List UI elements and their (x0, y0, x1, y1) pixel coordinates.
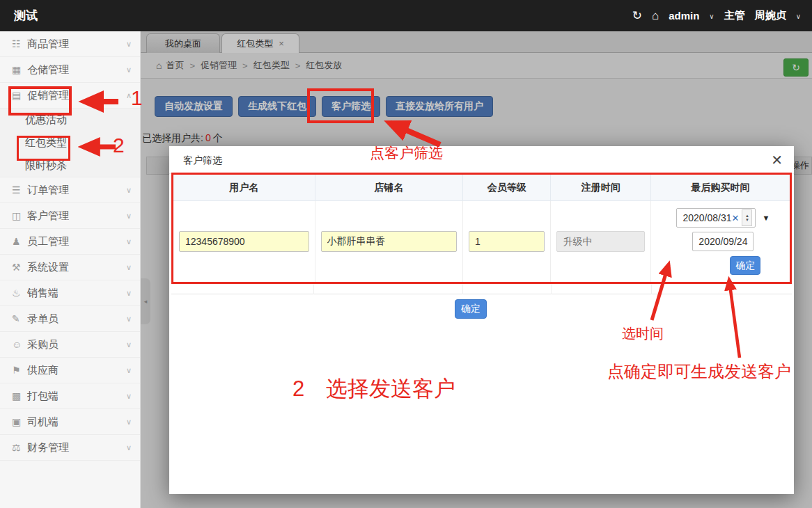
home-icon[interactable]: ⌂ (652, 9, 659, 23)
clear-date-icon[interactable]: ✕ (732, 213, 740, 223)
chevron-down-icon: ∨ (126, 392, 132, 401)
sidebar-item-label: 供应商 (27, 364, 126, 377)
step-1-number: 1 (131, 86, 143, 110)
bag-icon: ☷ (12, 38, 27, 49)
user-menu[interactable]: admin (669, 10, 699, 22)
calendar-dropdown-icon[interactable]: ▼ (762, 214, 770, 222)
sidebar-item-finance[interactable]: ⚖ 财务管理 ∨ (0, 435, 140, 461)
sidebar-item-orders[interactable]: ☰ 订单管理 ∨ (0, 177, 140, 203)
filter-table-empty-row (171, 284, 792, 294)
username-field[interactable] (179, 231, 309, 252)
member-level-field[interactable] (469, 231, 545, 252)
entry-clerk-icon: ✎ (12, 313, 27, 324)
shop-name-field[interactable] (321, 231, 457, 252)
supplier-icon: ⚑ (12, 365, 27, 376)
truck-icon: ▣ (12, 416, 27, 427)
step-2-instruction: 2 选择发送客户 (292, 374, 455, 404)
settings-icon: ⚒ (12, 262, 27, 273)
sidebar-item-driver[interactable]: ▣ 司机端 ∨ (0, 409, 140, 435)
chevron-down-icon: ∨ (126, 366, 132, 375)
date-from-value: 2020/08/31 (682, 212, 731, 223)
col-header-member-level: 会员等级 (463, 175, 552, 200)
note-pick-time: 选时间 (622, 324, 664, 343)
filter-table: 用户名 店铺名 会员等级 注册时间 最后购买时间 (171, 173, 792, 284)
package-icon: ▩ (12, 390, 27, 402)
filter-input-row: 2020/08/31 ✕ ▲ ▼ ▼ 2020/09/24 确定 (173, 201, 790, 282)
register-time-field (556, 231, 644, 252)
spinner-down-icon[interactable]: ▼ (745, 218, 749, 222)
step-2-instruction-number: 2 (292, 376, 304, 401)
sidebar-item-label: 打包端 (27, 390, 126, 403)
sidebar-item-order-entry[interactable]: ✎ 录单员 ∨ (0, 306, 140, 332)
purchaser-icon: ☺ (12, 339, 27, 350)
chevron-down-icon: ∨ (126, 212, 132, 221)
sidebar-subitem-flash-sale[interactable]: 限时秒杀 (0, 154, 140, 177)
sidebar-item-employees[interactable]: ♟ 员工管理 ∨ (0, 229, 140, 255)
user-name-menu[interactable]: 周婉贞 (755, 9, 786, 22)
promotion-icon: ▤ (12, 90, 27, 101)
topbar: 测试 ↻ ⌂ admin ∨ 主管 周婉贞 ∨ (0, 0, 812, 31)
chevron-down-icon: ∨ (126, 443, 132, 452)
note-click-filter: 点客户筛选 (370, 143, 443, 163)
customer-icon: ◫ (12, 210, 27, 221)
date-confirm-button[interactable]: 确定 (730, 256, 760, 275)
col-header-last-purchase: 最后购买时间 (651, 175, 790, 200)
sidebar-item-label: 仓储管理 (27, 63, 126, 77)
step-2-instruction-text: 选择发送客户 (326, 376, 455, 401)
employee-icon: ♟ (12, 236, 27, 247)
date-from-picker[interactable]: 2020/08/31 ✕ ▲ ▼ (676, 208, 756, 228)
note-click-confirm: 点确定即可生成发送客户 (607, 360, 791, 383)
chevron-down-icon: ∨ (709, 13, 714, 20)
chevron-down-icon: ∨ (126, 289, 132, 298)
filter-table-header-row: 用户名 店铺名 会员等级 注册时间 最后购买时间 (173, 175, 790, 201)
chevron-down-icon: ∨ (126, 40, 132, 49)
sidebar-item-label: 采购员 (27, 338, 126, 351)
sidebar-item-label: 系统设置 (27, 261, 126, 274)
sidebar-item-sales-terminal[interactable]: ♨ 销售端 ∨ (0, 280, 140, 306)
order-icon: ☰ (12, 184, 27, 196)
sidebar-item-label: 促销管理 (27, 89, 126, 102)
chevron-down-icon: ∨ (126, 263, 132, 272)
sidebar-item-promotion[interactable]: ▤ 促销管理 ∧ (0, 83, 140, 109)
refresh-icon[interactable]: ↻ (632, 8, 642, 23)
finance-icon: ⚖ (12, 442, 27, 453)
sidebar-item-label: 销售端 (27, 287, 126, 300)
sidebar-item-label: 商品管理 (27, 38, 126, 51)
step-2-number: 2 (113, 134, 125, 157)
chevron-down-icon: ∨ (796, 13, 801, 20)
dialog-title: 客户筛选 (183, 154, 222, 167)
customer-filter-dialog: 客户筛选 ✕ 用户名 店铺名 会员等级 注册时间 最后购买时间 (169, 146, 794, 494)
sidebar-subitem-coupon-activity[interactable]: 优惠活动 (0, 109, 140, 132)
sidebar-item-products[interactable]: ☷ 商品管理 ∨ (0, 31, 140, 57)
dialog-confirm-button[interactable]: 确定 (455, 299, 487, 319)
sidebar-item-supplier[interactable]: ⚑ 供应商 ∨ (0, 358, 140, 383)
sidebar-item-purchaser[interactable]: ☺ 采购员 ∨ (0, 332, 140, 358)
col-header-register-time: 注册时间 (551, 175, 650, 200)
date-spinner[interactable]: ▲ ▼ (742, 209, 752, 226)
sidebar-item-system-settings[interactable]: ⚒ 系统设置 ∨ (0, 255, 140, 280)
chevron-down-icon: ∨ (126, 418, 132, 427)
sales-icon: ♨ (12, 287, 27, 299)
dialog-header: 客户筛选 ✕ (169, 146, 794, 174)
sidebar-item-label: 财务管理 (27, 441, 126, 454)
page: 测试 ↻ ⌂ admin ∨ 主管 周婉贞 ∨ ☷ 商品管理 ∨ ▦ 仓储管理 … (0, 0, 812, 508)
date-to-picker[interactable]: 2020/09/24 (692, 232, 754, 251)
app-title: 测试 (14, 8, 38, 24)
sidebar-item-packing[interactable]: ▩ 打包端 ∨ (0, 383, 140, 409)
chevron-down-icon: ∨ (126, 340, 132, 349)
chevron-down-icon: ∨ (126, 237, 132, 246)
chevron-down-icon: ∨ (126, 315, 132, 324)
warehouse-icon: ▦ (12, 64, 27, 75)
sidebar-item-label: 客户管理 (27, 209, 126, 223)
sidebar-item-label: 订单管理 (27, 184, 126, 197)
last-purchase-cell: 2020/08/31 ✕ ▲ ▼ ▼ 2020/09/24 确定 (651, 201, 790, 282)
col-header-username: 用户名 (173, 175, 315, 200)
sidebar-item-customers[interactable]: ◫ 客户管理 ∨ (0, 203, 140, 229)
chevron-down-icon: ∨ (126, 65, 132, 74)
sidebar-item-label: 员工管理 (27, 235, 126, 248)
sidebar-item-warehouse[interactable]: ▦ 仓储管理 ∨ (0, 57, 140, 83)
user-role: 主管 (724, 9, 745, 22)
close-icon[interactable]: ✕ (771, 152, 783, 168)
chevron-down-icon: ∨ (126, 186, 132, 195)
sidebar-item-label: 司机端 (27, 415, 126, 429)
